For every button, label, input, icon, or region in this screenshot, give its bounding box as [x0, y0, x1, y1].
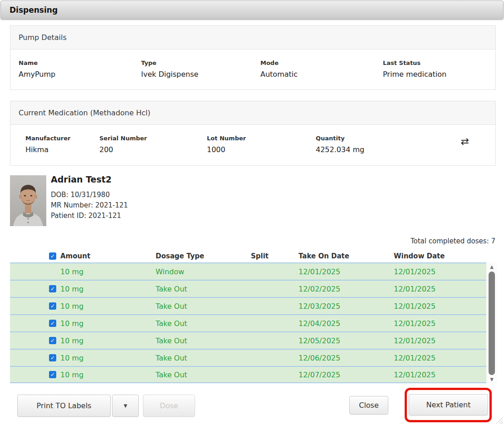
pump-name-label: Name [19, 59, 55, 66]
dialog-titlebar: Dispensing [0, 0, 504, 20]
dose-row[interactable]: ✓ 10 mg Take Out 12/04/2025 12/01/2025 [10, 314, 486, 331]
dose-take-on-date: 12/01/2025 [297, 267, 392, 276]
dose-type: Take Out [154, 302, 250, 311]
dose-window-date: 12/01/2025 [392, 371, 486, 379]
dose-row-checkbox[interactable]: ✓ [49, 285, 56, 292]
manufacturer-value: Hikma [25, 145, 70, 154]
dose-window-date: 12/01/2025 [392, 302, 486, 311]
pump-last-status-value: Prime medication [383, 70, 446, 79]
pump-mode-value: Automatic [260, 70, 298, 79]
dose-amount: 10 mg [59, 354, 154, 362]
pump-type-value: Ivek Digispense [141, 70, 198, 79]
patient-dob: DOB: 10/31/1980 [51, 191, 110, 199]
manufacturer-field: Manufacturer Hikma [25, 135, 70, 154]
dose-row-checkbox[interactable]: ✓ [49, 320, 56, 327]
pump-name-field: Name AmyPump [19, 59, 55, 79]
patient-photo [10, 175, 46, 226]
lot-number-field: Lot Number 1000 [207, 135, 246, 154]
lot-number-label: Lot Number [207, 135, 246, 142]
dose-type: Take Out [154, 336, 250, 345]
pump-details-panel: Pump Details Name AmyPump Type Ivek Digi… [10, 25, 496, 90]
patient-name: Adrian Test2 [51, 174, 112, 184]
patient-id: Patient ID: 2021-121 [51, 212, 121, 220]
quantity-label: Quantity [316, 135, 364, 142]
dose-row[interactable]: ✓ 10 mg Take Out 12/02/2025 12/01/2025 [10, 280, 486, 297]
dose-row-checkbox[interactable]: ✓ [49, 354, 56, 361]
select-all-checkbox[interactable]: ✓ [49, 252, 56, 260]
print-to-labels-button[interactable]: Print TO Labels [17, 395, 111, 417]
print-options-dropdown-button[interactable]: ▼ [112, 395, 139, 417]
col-window-date: Window Date [392, 252, 486, 260]
dose-row[interactable]: ✓ 10 mg Take Out 12/03/2025 12/01/2025 [10, 297, 486, 314]
col-dosage-type: Dosage Type [154, 252, 250, 260]
serial-number-value: 200 [99, 145, 147, 154]
serial-number-field: Serial Number 200 [99, 135, 147, 154]
dose-take-on-date: 12/06/2025 [297, 354, 392, 362]
dose-row-checkbox[interactable]: ✓ [49, 302, 56, 310]
dose-amount: 10 mg [59, 285, 154, 293]
col-split: Split [250, 252, 297, 260]
dose-window-date: 12/01/2025 [392, 354, 486, 362]
dose-row[interactable]: ✓ 10 mg Take Out 12/07/2025 12/01/2025 [10, 366, 486, 383]
pump-type-field: Type Ivek Digispense [141, 59, 198, 79]
dose-take-on-date: 12/03/2025 [297, 302, 392, 311]
patient-mr-number: MR Number: 2021-121 [51, 201, 128, 209]
col-take-on-date: Take On Date [297, 252, 392, 260]
lot-number-value: 1000 [207, 145, 246, 154]
dose-button[interactable]: Dose [143, 395, 195, 417]
col-amount: Amount [59, 252, 154, 260]
dose-type: Take Out [154, 285, 250, 293]
dose-type: Take Out [154, 371, 250, 379]
scrollbar-thumb[interactable] [489, 272, 495, 375]
dose-amount: 10 mg [59, 302, 154, 311]
dose-take-on-date: 12/05/2025 [297, 336, 392, 345]
dose-rows: 10 mg Window 12/01/2025 12/01/2025 ✓ 10 … [10, 262, 486, 384]
pump-mode-field: Mode Automatic [260, 59, 298, 79]
pump-last-status-field: Last Status Prime medication [383, 59, 446, 79]
pump-name-value: AmyPump [19, 70, 55, 79]
quantity-field: Quantity 4252.034 mg [316, 135, 364, 154]
dose-type: Take Out [154, 319, 250, 328]
pump-details-header: Pump Details [10, 26, 495, 49]
dose-row-checkbox[interactable]: ✓ [49, 371, 56, 378]
pump-mode-label: Mode [260, 59, 298, 66]
dose-amount: 10 mg [59, 336, 154, 345]
scroll-up-icon[interactable]: ▲ [486, 263, 497, 271]
next-patient-button[interactable]: Next Patient [409, 394, 488, 415]
dose-row[interactable]: ✓ 10 mg Take Out 12/05/2025 12/01/2025 [10, 331, 486, 349]
scroll-down-icon[interactable]: ▼ [486, 376, 497, 383]
resize-gripper-icon[interactable] [496, 417, 503, 424]
dose-amount: 10 mg [59, 371, 154, 379]
dose-type: Take Out [154, 354, 250, 362]
dose-window-date: 12/01/2025 [392, 319, 486, 328]
dose-window-date: 12/01/2025 [392, 267, 486, 276]
dose-amount: 10 mg [59, 267, 154, 276]
dialog-title: Dispensing [10, 5, 58, 15]
dose-row[interactable]: 10 mg Window 12/01/2025 12/01/2025 [10, 262, 486, 280]
current-medication-panel: Current Medication (Methadone Hcl) Manuf… [10, 101, 496, 166]
dose-amount: 10 mg [59, 319, 154, 328]
dose-table-header: ✓ Amount Dosage Type Split Take On Date … [10, 250, 486, 262]
dose-row[interactable]: ✓ 10 mg Take Out 12/06/2025 12/01/2025 [10, 349, 486, 366]
dose-take-on-date: 12/04/2025 [297, 319, 392, 328]
total-completed-doses: Total completed doses: 7 [411, 237, 495, 245]
close-button[interactable]: Close [349, 396, 388, 415]
current-medication-title: Current Medication (Methadone Hcl) [19, 109, 150, 117]
caret-down-icon: ▼ [124, 403, 127, 408]
current-medication-header: Current Medication (Methadone Hcl) [10, 101, 495, 125]
dose-window-date: 12/01/2025 [392, 336, 486, 345]
pump-type-label: Type [141, 59, 198, 66]
dose-type: Window [154, 267, 250, 276]
manufacturer-label: Manufacturer [25, 135, 70, 142]
pump-details-title: Pump Details [19, 33, 67, 42]
dose-row-checkbox[interactable]: ✓ [49, 337, 56, 344]
dose-take-on-date: 12/07/2025 [297, 371, 392, 379]
dose-window-date: 12/01/2025 [392, 285, 486, 293]
swap-medication-icon[interactable]: ⇄ [461, 137, 469, 147]
pump-last-status-label: Last Status [383, 59, 446, 66]
quantity-value: 4252.034 mg [316, 145, 364, 154]
dose-take-on-date: 12/02/2025 [297, 285, 392, 293]
serial-number-label: Serial Number [99, 135, 147, 142]
table-scrollbar[interactable]: ▲ ▼ [486, 262, 497, 384]
